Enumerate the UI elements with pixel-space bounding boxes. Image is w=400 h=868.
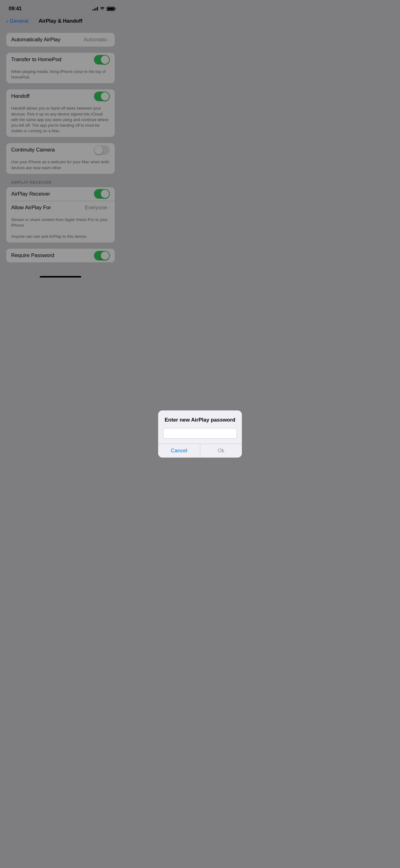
dialog-overlay: Enter new AirPlay password Cancel Ok: [0, 0, 121, 280]
